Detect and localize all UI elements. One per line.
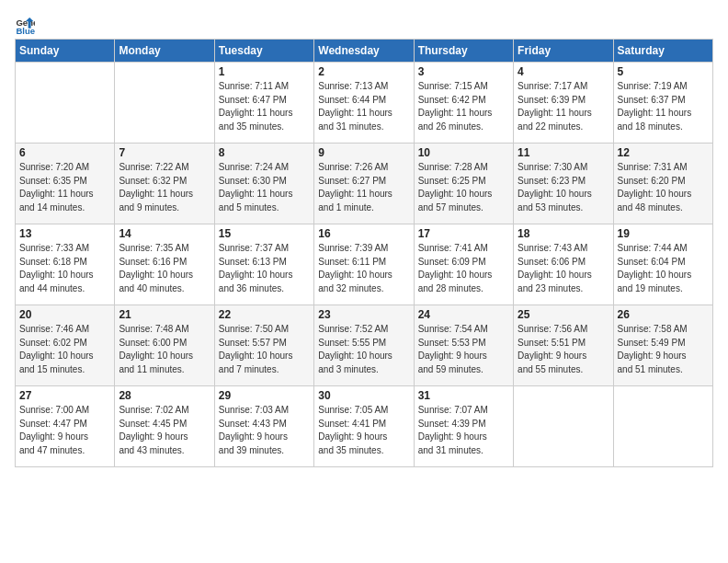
calendar-cell-w4d4: 31Sunrise: 7:07 AMSunset: 4:39 PMDayligh…	[414, 386, 513, 467]
day-number: 14	[119, 227, 210, 240]
cell-info: Sunrise: 7:54 AMSunset: 5:53 PMDaylight:…	[418, 323, 509, 376]
cell-info: Sunrise: 7:46 AMSunset: 6:02 PMDaylight:…	[19, 323, 110, 376]
cell-info: Sunrise: 7:11 AMSunset: 6:47 PMDaylight:…	[219, 80, 310, 133]
calendar-cell-w3d5: 25Sunrise: 7:56 AMSunset: 5:51 PMDayligh…	[514, 305, 613, 386]
calendar-cell-w0d2: 1Sunrise: 7:11 AMSunset: 6:47 PMDaylight…	[214, 63, 313, 144]
col-header-tuesday: Tuesday	[214, 40, 313, 63]
page-container: General Blue SundayMondayTuesdayWednesda…	[15, 15, 713, 467]
cell-info: Sunrise: 7:07 AMSunset: 4:39 PMDaylight:…	[418, 404, 509, 457]
calendar-cell-w3d2: 22Sunrise: 7:50 AMSunset: 5:57 PMDayligh…	[214, 305, 313, 386]
calendar-cell-w2d2: 15Sunrise: 7:37 AMSunset: 6:13 PMDayligh…	[214, 224, 313, 305]
col-header-sunday: Sunday	[16, 40, 115, 63]
calendar-cell-w2d3: 16Sunrise: 7:39 AMSunset: 6:11 PMDayligh…	[314, 224, 414, 305]
day-number: 17	[418, 227, 509, 240]
col-header-saturday: Saturday	[613, 40, 712, 63]
day-number: 10	[418, 146, 509, 159]
calendar-cell-w2d1: 14Sunrise: 7:35 AMSunset: 6:16 PMDayligh…	[115, 224, 214, 305]
cell-info: Sunrise: 7:35 AMSunset: 6:16 PMDaylight:…	[119, 242, 210, 295]
cell-info: Sunrise: 7:41 AMSunset: 6:09 PMDaylight:…	[418, 242, 509, 295]
calendar-cell-w1d2: 8Sunrise: 7:24 AMSunset: 6:30 PMDaylight…	[214, 144, 313, 224]
day-number: 28	[119, 389, 210, 402]
day-number: 11	[518, 146, 609, 159]
cell-info: Sunrise: 7:17 AMSunset: 6:39 PMDaylight:…	[518, 80, 609, 133]
calendar-cell-w1d1: 7Sunrise: 7:22 AMSunset: 6:32 PMDaylight…	[115, 144, 214, 224]
svg-text:Blue: Blue	[16, 26, 35, 35]
calendar-cell-w3d3: 23Sunrise: 7:52 AMSunset: 5:55 PMDayligh…	[314, 305, 414, 386]
calendar-cell-w3d4: 24Sunrise: 7:54 AMSunset: 5:53 PMDayligh…	[414, 305, 513, 386]
day-number: 1	[219, 65, 310, 78]
calendar-cell-w3d6: 26Sunrise: 7:58 AMSunset: 5:49 PMDayligh…	[613, 305, 712, 386]
calendar-cell-w0d4: 3Sunrise: 7:15 AMSunset: 6:42 PMDaylight…	[414, 63, 513, 144]
cell-info: Sunrise: 7:37 AMSunset: 6:13 PMDaylight:…	[219, 242, 310, 295]
calendar-cell-w2d4: 17Sunrise: 7:41 AMSunset: 6:09 PMDayligh…	[414, 224, 513, 305]
col-header-wednesday: Wednesday	[314, 40, 414, 63]
col-header-thursday: Thursday	[414, 40, 513, 63]
col-header-monday: Monday	[115, 40, 214, 63]
calendar-cell-w4d5	[514, 386, 613, 467]
cell-info: Sunrise: 7:19 AMSunset: 6:37 PMDaylight:…	[618, 80, 709, 133]
cell-info: Sunrise: 7:52 AMSunset: 5:55 PMDaylight:…	[318, 323, 409, 376]
day-number: 29	[219, 389, 310, 402]
calendar-cell-w0d0	[16, 63, 115, 144]
calendar-cell-w0d6: 5Sunrise: 7:19 AMSunset: 6:37 PMDaylight…	[613, 63, 712, 144]
logo-icon: General Blue	[15, 15, 35, 35]
day-number: 27	[19, 389, 110, 402]
cell-info: Sunrise: 7:31 AMSunset: 6:20 PMDaylight:…	[618, 161, 709, 214]
day-number: 12	[618, 146, 709, 159]
day-number: 2	[318, 65, 409, 78]
day-number: 21	[119, 308, 210, 321]
day-number: 22	[219, 308, 310, 321]
calendar-cell-w3d0: 20Sunrise: 7:46 AMSunset: 6:02 PMDayligh…	[16, 305, 115, 386]
cell-info: Sunrise: 7:22 AMSunset: 6:32 PMDaylight:…	[119, 161, 210, 214]
calendar-table: SundayMondayTuesdayWednesdayThursdayFrid…	[15, 39, 713, 467]
day-number: 16	[318, 227, 409, 240]
calendar-cell-w4d1: 28Sunrise: 7:02 AMSunset: 4:45 PMDayligh…	[115, 386, 214, 467]
calendar-cell-w1d5: 11Sunrise: 7:30 AMSunset: 6:23 PMDayligh…	[514, 144, 613, 224]
calendar-cell-w2d0: 13Sunrise: 7:33 AMSunset: 6:18 PMDayligh…	[16, 224, 115, 305]
calendar-cell-w1d6: 12Sunrise: 7:31 AMSunset: 6:20 PMDayligh…	[613, 144, 712, 224]
cell-info: Sunrise: 7:30 AMSunset: 6:23 PMDaylight:…	[518, 161, 609, 214]
cell-info: Sunrise: 7:03 AMSunset: 4:43 PMDaylight:…	[219, 404, 310, 457]
cell-info: Sunrise: 7:26 AMSunset: 6:27 PMDaylight:…	[318, 161, 409, 214]
cell-info: Sunrise: 7:28 AMSunset: 6:25 PMDaylight:…	[418, 161, 509, 214]
calendar-cell-w3d1: 21Sunrise: 7:48 AMSunset: 6:00 PMDayligh…	[115, 305, 214, 386]
day-number: 5	[618, 65, 709, 78]
cell-info: Sunrise: 7:43 AMSunset: 6:06 PMDaylight:…	[518, 242, 609, 295]
day-number: 26	[618, 308, 709, 321]
cell-info: Sunrise: 7:33 AMSunset: 6:18 PMDaylight:…	[19, 242, 110, 295]
day-number: 15	[219, 227, 310, 240]
calendar-cell-w0d3: 2Sunrise: 7:13 AMSunset: 6:44 PMDaylight…	[314, 63, 414, 144]
day-number: 7	[119, 146, 210, 159]
day-number: 9	[318, 146, 409, 159]
calendar-cell-w1d4: 10Sunrise: 7:28 AMSunset: 6:25 PMDayligh…	[414, 144, 513, 224]
calendar-cell-w1d0: 6Sunrise: 7:20 AMSunset: 6:35 PMDaylight…	[16, 144, 115, 224]
page-header: General Blue	[15, 15, 713, 35]
day-number: 23	[318, 308, 409, 321]
cell-info: Sunrise: 7:24 AMSunset: 6:30 PMDaylight:…	[219, 161, 310, 214]
calendar-cell-w0d5: 4Sunrise: 7:17 AMSunset: 6:39 PMDaylight…	[514, 63, 613, 144]
cell-info: Sunrise: 7:05 AMSunset: 4:41 PMDaylight:…	[318, 404, 409, 457]
cell-info: Sunrise: 7:58 AMSunset: 5:49 PMDaylight:…	[618, 323, 709, 376]
calendar-cell-w0d1	[115, 63, 214, 144]
calendar-cell-w2d6: 19Sunrise: 7:44 AMSunset: 6:04 PMDayligh…	[613, 224, 712, 305]
calendar-cell-w2d5: 18Sunrise: 7:43 AMSunset: 6:06 PMDayligh…	[514, 224, 613, 305]
day-number: 6	[19, 146, 110, 159]
calendar-cell-w4d2: 29Sunrise: 7:03 AMSunset: 4:43 PMDayligh…	[214, 386, 313, 467]
calendar-cell-w4d3: 30Sunrise: 7:05 AMSunset: 4:41 PMDayligh…	[314, 386, 414, 467]
day-number: 31	[418, 389, 509, 402]
cell-info: Sunrise: 7:48 AMSunset: 6:00 PMDaylight:…	[119, 323, 210, 376]
day-number: 8	[219, 146, 310, 159]
day-number: 30	[318, 389, 409, 402]
day-number: 20	[19, 308, 110, 321]
cell-info: Sunrise: 7:39 AMSunset: 6:11 PMDaylight:…	[318, 242, 409, 295]
cell-info: Sunrise: 7:13 AMSunset: 6:44 PMDaylight:…	[318, 80, 409, 133]
day-number: 4	[518, 65, 609, 78]
cell-info: Sunrise: 7:50 AMSunset: 5:57 PMDaylight:…	[219, 323, 310, 376]
col-header-friday: Friday	[514, 40, 613, 63]
calendar-cell-w1d3: 9Sunrise: 7:26 AMSunset: 6:27 PMDaylight…	[314, 144, 414, 224]
day-number: 3	[418, 65, 509, 78]
calendar-cell-w4d6	[613, 386, 712, 467]
day-number: 18	[518, 227, 609, 240]
cell-info: Sunrise: 7:56 AMSunset: 5:51 PMDaylight:…	[518, 323, 609, 376]
cell-info: Sunrise: 7:20 AMSunset: 6:35 PMDaylight:…	[19, 161, 110, 214]
